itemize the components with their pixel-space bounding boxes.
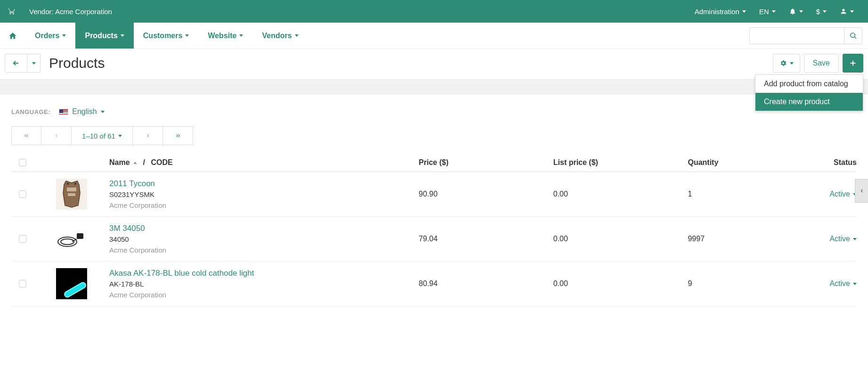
plus-icon — [849, 59, 857, 67]
page-prev-button[interactable] — [41, 126, 72, 145]
col-listprice-header[interactable]: List price ($) — [553, 158, 688, 167]
bell-icon — [789, 8, 796, 15]
product-name-link[interactable]: 3M 34050 — [109, 224, 419, 233]
nav-customers[interactable]: Customers — [134, 23, 199, 49]
product-name-link[interactable]: Akasa AK-178-BL blue cold cathode light — [109, 269, 419, 278]
caret-down-icon — [239, 34, 243, 37]
search-input[interactable] — [750, 28, 844, 44]
table-row: 2011 Tycoon S0231YYSMK Acme Corporation … — [11, 172, 857, 217]
nav-orders[interactable]: Orders — [25, 23, 75, 49]
row-checkbox[interactable] — [19, 235, 26, 243]
product-image[interactable] — [56, 179, 87, 210]
caret-down-icon — [101, 111, 105, 113]
gray-strip — [0, 79, 868, 94]
caret-down-icon — [850, 10, 854, 13]
product-quantity: 9997 — [688, 235, 795, 243]
vendor-label: Vendor: Acme Corporation — [29, 8, 112, 16]
product-name-link[interactable]: 2011 Tycoon — [109, 179, 419, 188]
product-code: S0231YYSMK — [109, 190, 419, 198]
gear-icon — [779, 59, 787, 67]
pagination: 1–10 of 61 — [0, 122, 868, 154]
caret-down-icon — [121, 34, 124, 37]
page-first-button[interactable] — [11, 126, 41, 145]
status-selector[interactable]: Active — [829, 279, 857, 288]
global-search — [749, 27, 862, 44]
add-button[interactable] — [843, 54, 863, 73]
product-image[interactable] — [56, 223, 87, 254]
notifications-menu[interactable] — [782, 8, 810, 15]
back-button[interactable] — [5, 54, 27, 73]
user-menu[interactable] — [833, 8, 860, 15]
product-price: 79.04 — [419, 235, 553, 243]
save-button[interactable]: Save — [804, 54, 839, 73]
nav-products[interactable]: Products — [75, 23, 133, 49]
caret-down-icon — [62, 34, 66, 37]
product-list-price: 0.00 — [553, 190, 688, 198]
col-quantity-header[interactable]: Quantity — [688, 158, 795, 167]
product-price: 90.90 — [419, 190, 553, 198]
table-row: 3M 34050 34050 Acme Corporation 79.04 0.… — [11, 217, 857, 262]
table-header: Name / CODE Price ($) List price ($) Qua… — [11, 154, 857, 172]
user-icon — [840, 8, 847, 15]
col-name-header[interactable]: Name — [109, 158, 130, 166]
home-icon — [8, 32, 17, 40]
product-vendor: Acme Corporation — [109, 291, 419, 299]
page-last-button[interactable] — [163, 126, 193, 145]
administration-menu[interactable]: Administration — [688, 8, 753, 16]
flag-us-icon — [59, 109, 68, 115]
select-all-checkbox[interactable] — [19, 159, 26, 166]
product-price: 80.94 — [419, 279, 553, 288]
nav-vendors[interactable]: Vendors — [252, 23, 308, 49]
nav-home[interactable] — [0, 23, 25, 49]
caret-down-icon — [853, 238, 857, 240]
settings-button[interactable] — [773, 54, 800, 73]
back-history-button[interactable] — [27, 54, 41, 73]
nav-website[interactable]: Website — [198, 23, 252, 49]
language-selector[interactable]: English — [59, 107, 104, 116]
chevrons-left-icon — [23, 132, 30, 139]
cart-icon — [8, 8, 16, 15]
page-range-selector[interactable]: 1–10 of 61 — [72, 126, 133, 145]
chevron-left-icon — [54, 133, 59, 139]
status-selector[interactable]: Active — [829, 190, 857, 198]
sort-asc-icon — [133, 162, 137, 164]
create-new-product-item[interactable]: Create new product — [755, 93, 863, 111]
add-from-catalog-item[interactable]: Add product from catalog — [755, 75, 863, 93]
language-switcher[interactable]: EN — [753, 8, 782, 16]
currency-menu[interactable]: $ — [810, 8, 833, 16]
chevrons-right-icon — [175, 132, 181, 139]
caret-down-icon — [772, 10, 776, 13]
row-checkbox[interactable] — [19, 190, 26, 198]
status-selector[interactable]: Active — [829, 235, 857, 243]
search-icon — [850, 32, 857, 40]
side-panel-toggle[interactable] — [855, 179, 868, 203]
product-code: 34050 — [109, 235, 419, 243]
product-list-price: 0.00 — [553, 235, 688, 243]
svg-line-1 — [854, 37, 856, 39]
product-vendor: Acme Corporation — [109, 201, 419, 209]
col-code-header[interactable]: CODE — [151, 158, 172, 166]
caret-down-icon — [295, 34, 299, 37]
caret-down-icon — [118, 135, 122, 137]
search-button[interactable] — [844, 28, 862, 44]
svg-point-2 — [67, 183, 69, 185]
product-code: AK-178-BL — [109, 280, 419, 288]
table-row: Akasa AK-178-BL blue cold cathode light … — [11, 262, 857, 306]
add-dropdown: Add product from catalog Create new prod… — [755, 74, 863, 111]
product-quantity: 1 — [688, 190, 795, 198]
caret-down-icon — [799, 10, 803, 13]
caret-down-icon — [790, 62, 794, 65]
page-header: Products Save Add product from catalog C… — [0, 49, 868, 79]
col-price-header[interactable]: Price ($) — [419, 158, 553, 167]
col-status-header[interactable]: Status — [795, 158, 857, 167]
page-next-button[interactable] — [133, 126, 163, 145]
caret-down-icon — [185, 34, 189, 37]
product-quantity: 9 — [688, 279, 795, 288]
caret-down-icon — [742, 10, 746, 13]
row-checkbox[interactable] — [19, 280, 26, 287]
product-image[interactable] — [56, 268, 87, 299]
arrow-left-icon — [12, 59, 20, 67]
page-title: Products — [49, 55, 105, 71]
language-label: LANGUAGE: — [11, 108, 50, 115]
caret-down-icon — [853, 283, 857, 285]
